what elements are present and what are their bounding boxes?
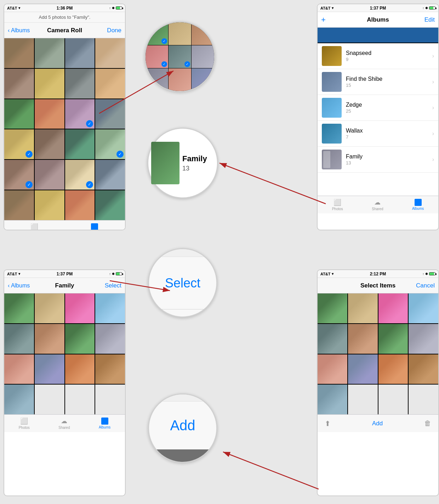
album-thumb-family [322, 150, 342, 169]
cancel-button[interactable]: Cancel [416, 282, 435, 289]
photo-cell[interactable] [95, 99, 125, 129]
album-row-family[interactable]: Family 13 › [318, 147, 438, 173]
select-item-cell[interactable] [409, 293, 438, 323]
add-note-text: Add 5 photos to "Family". [39, 15, 91, 20]
photo-cell[interactable] [35, 99, 64, 129]
family-photo-cell[interactable] [95, 324, 125, 354]
photo-cell[interactable] [95, 38, 125, 68]
select-item-cell[interactable] [409, 324, 438, 354]
tab-photos-3[interactable]: ⬜ Photos [19, 417, 30, 430]
select-item-cell[interactable] [378, 354, 408, 384]
photo-cell-selected[interactable] [65, 99, 95, 129]
album-count-findshibe: 15 [346, 83, 432, 88]
select-item-cell[interactable] [378, 324, 408, 354]
photo-cell[interactable] [35, 69, 64, 99]
select-item-cell[interactable] [348, 354, 378, 384]
select-item-cell[interactable] [409, 354, 438, 384]
tab-albums-3[interactable]: Albums [99, 418, 110, 429]
photo-cell[interactable] [35, 190, 64, 220]
photo-cell[interactable] [4, 190, 34, 220]
album-list: Snapseed 9 › Find the Shibe 15 › Zedge 2… [318, 43, 438, 196]
edit-button[interactable]: Edit [424, 16, 435, 23]
tab-photos-1[interactable]: ⬜ Photos [29, 223, 40, 231]
photo-cell[interactable] [4, 38, 34, 68]
family-photo-cell[interactable] [35, 354, 64, 384]
family-photo-cell[interactable] [35, 293, 64, 323]
family-photo-cell[interactable] [65, 293, 95, 323]
tab-photos-2[interactable]: ⬜ Photos [332, 198, 343, 211]
photo-cell[interactable] [95, 160, 125, 190]
select-item-cell[interactable] [318, 324, 347, 354]
album-count-zedge: 25 [346, 108, 432, 114]
select-item-cell[interactable] [318, 293, 347, 323]
select-item-cell[interactable] [348, 293, 378, 323]
photo-cell[interactable] [65, 69, 95, 99]
tab-photos-label-3: Photos [19, 426, 30, 430]
album-row-zedge[interactable]: Zedge 25 › [318, 95, 438, 121]
photo-cell-selected[interactable] [4, 129, 34, 159]
album-row-wallax[interactable]: Wallax 7 › [318, 121, 438, 147]
top-album-thumb-partial [318, 28, 438, 43]
select-item-cell[interactable] [318, 354, 347, 384]
back-button-3[interactable]: ‹ Albums [8, 282, 30, 289]
time-4: 2:12 PM [370, 271, 386, 276]
svg-line-4 [223, 452, 319, 489]
select-item-cell[interactable] [348, 324, 378, 354]
toolbar-1: ⬜ Photos Albums [4, 220, 125, 231]
toolbar-2: ⬜ Photos ☁ Shared Albums [318, 196, 438, 213]
family-photo-cell[interactable] [95, 293, 125, 323]
photo-cell-selected[interactable] [65, 160, 95, 190]
family-photo-cell[interactable] [65, 324, 95, 354]
photo-cell[interactable] [65, 38, 95, 68]
tab-albums-2[interactable]: Albums [412, 199, 424, 211]
chevron-icon-wallax: › [432, 130, 434, 137]
done-button[interactable]: Done [107, 27, 121, 34]
share-icon-4[interactable]: ⬆ [325, 419, 331, 428]
photo-cell[interactable] [35, 129, 64, 159]
family-photo-cell[interactable] [4, 385, 34, 414]
tab-shared-2[interactable]: ☁ Shared [372, 198, 383, 211]
album-thumb-zedge [322, 98, 342, 118]
select-item-cell[interactable] [318, 385, 347, 414]
photo-cell[interactable] [95, 69, 125, 99]
photo-cell[interactable] [65, 190, 95, 220]
photo-cell[interactable] [4, 69, 34, 99]
add-button-toolbar[interactable]: Add [372, 420, 383, 427]
gps-icon-2: ↑ [423, 6, 424, 10]
circle-family-count: 13 [182, 165, 189, 172]
tab-shared-3[interactable]: ☁ Shared [58, 417, 70, 430]
photo-cell-selected[interactable] [4, 160, 34, 190]
album-row-snapseed[interactable]: Snapseed 9 › [318, 43, 438, 69]
family-photo-cell[interactable] [4, 354, 34, 384]
photo-cell[interactable] [65, 129, 95, 159]
circle-select: ✎ Select [148, 248, 217, 318]
chevron-icon-findshibe: › [432, 79, 434, 85]
status-bar-3: AT&T ▾ 1:37 PM ↑ ✱ [4, 270, 125, 278]
circle-select-label: Select [165, 276, 200, 291]
photo-cell[interactable] [35, 160, 64, 190]
circle-family-name: Family [182, 154, 207, 163]
circle-photo-zoom: ✓ ✓ ✓ [144, 21, 215, 92]
gps-icon-3: ↑ [109, 272, 111, 276]
album-row-findshibe[interactable]: Find the Shibe 15 › [318, 69, 438, 95]
photo-cell-selected[interactable] [95, 129, 125, 159]
select-item-cell-empty [378, 385, 408, 414]
family-photo-cell[interactable] [4, 293, 34, 323]
back-button-1[interactable]: ‹ Albums [8, 27, 30, 34]
select-item-cell[interactable] [378, 293, 408, 323]
trash-icon-4[interactable]: 🗑 [424, 419, 431, 427]
nav-bar-albums: + Albums Edit [318, 12, 438, 28]
album-name-snapseed: Snapseed [346, 50, 432, 56]
photo-cell[interactable] [35, 38, 64, 68]
photo-cell[interactable] [95, 190, 125, 220]
family-photo-cell[interactable] [95, 354, 125, 384]
album-name-zedge: Zedge [346, 102, 432, 108]
family-photo-cell[interactable] [65, 354, 95, 384]
album-info-snapseed: Snapseed 9 [346, 50, 432, 62]
select-button-family[interactable]: Select [105, 282, 121, 289]
tab-albums-1[interactable]: Albums [89, 223, 101, 231]
photo-cell[interactable] [4, 99, 34, 129]
family-photo-cell[interactable] [35, 324, 64, 354]
family-photo-cell[interactable] [4, 324, 34, 354]
add-album-button[interactable]: + [321, 15, 326, 24]
